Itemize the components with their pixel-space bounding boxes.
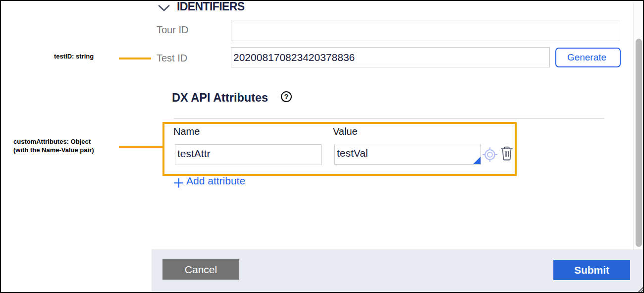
svg-text:?: ?: [284, 93, 289, 101]
